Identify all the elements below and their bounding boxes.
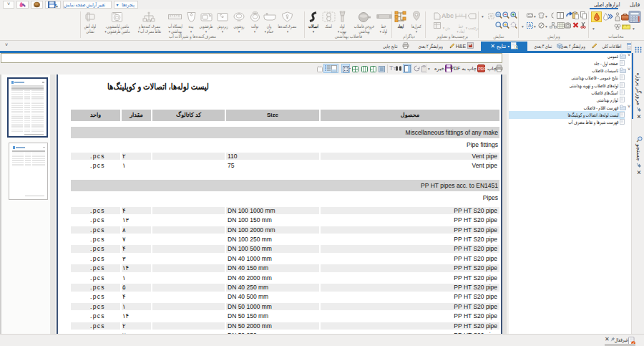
svg-text:2.0: 2.0: [459, 13, 463, 16]
svg-text:PDF: PDF: [478, 67, 485, 71]
svg-text:A: A: [528, 23, 532, 28]
